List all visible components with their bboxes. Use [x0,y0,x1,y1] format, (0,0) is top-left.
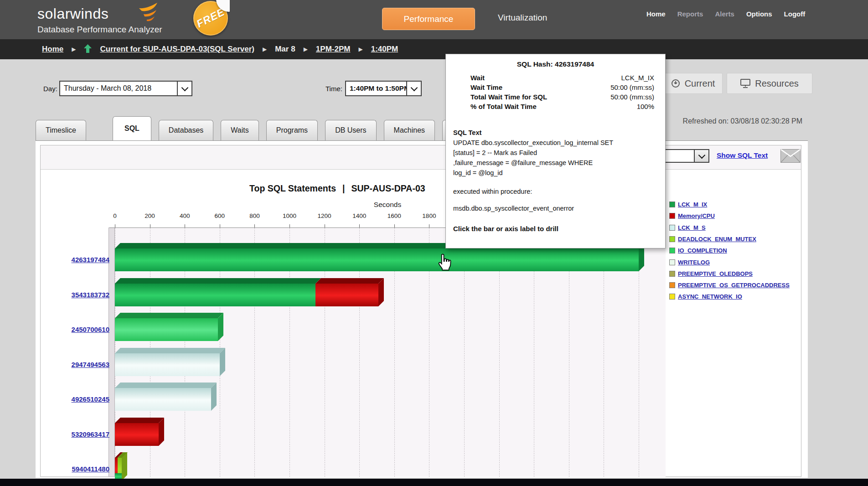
chevron-down-icon [698,151,705,159]
tab-timeslice[interactable]: Timeslice [36,120,86,140]
axis-tick-label: 1600 [381,212,408,219]
logo-subtitle: Database Performance Analyzer [37,25,162,35]
tab-waits[interactable]: Waits [221,120,258,140]
day-select-value: Thursday - March 08, 2018 [60,84,177,93]
legend-item-io-completion[interactable]: IO_COMPLETION [669,247,727,254]
chart-title-separator: | [336,183,351,193]
day-select[interactable]: Thursday - March 08, 2018 [59,81,192,96]
sql-hash-link[interactable]: 5320963417 [46,430,109,438]
up-arrow-icon [84,44,92,55]
legend-item-async-network-io[interactable]: ASYNC_NETWORK_IO [669,293,742,300]
tooltip-row-label: Wait [470,73,485,83]
tab-programs[interactable]: Programs [266,120,318,140]
resources-button-label: Resources [755,78,799,89]
time-select-value: 1:40PM to 1:50PM [346,84,406,93]
legend-label: Memory/CPU [678,212,715,219]
legend-label: IO_COMPLETION [678,247,727,254]
chart-title-text: Top SQL Statements [249,183,336,193]
sql-hash-link[interactable]: 2947494563 [46,361,109,368]
breadcrumb-item[interactable]: 1PM-2PM [316,45,351,54]
nav-link-options[interactable]: Options [746,10,772,18]
tooltip-sql-line: UPDATE dbo.syscollector_execution_log_in… [453,138,657,148]
monitor-icon [740,79,750,88]
tab-machines[interactable]: Machines [384,120,435,140]
sql-hash-link[interactable]: 2450700610 [46,326,109,333]
sql-hash-link[interactable]: 3543183732 [46,291,109,299]
breadcrumb-item: Mar 8 [275,45,295,54]
legend-item-preemptive-oledbops[interactable]: PREEMPTIVE_OLEDBOPS [669,270,753,277]
breadcrumb-separator-icon: ▶ [263,46,267,52]
time-label: Time: [326,85,342,93]
solarwinds-logo: solarwinds [37,5,108,22]
tooltip-title: SQL Hash: 4263197484 [446,60,665,68]
virtualization-link[interactable]: Virtualization [498,13,547,23]
tooltip-row-label: Wait Time [470,83,502,92]
performance-button[interactable]: Performance [382,8,475,30]
legend-label: PREEMPTIVE_OLEDBOPS [678,270,753,277]
resources-button[interactable]: Resources [727,73,812,94]
tab-db-users[interactable]: DB Users [325,120,376,140]
tooltip-row: Total Wait Time for SQL50:00 (mm:ss) [470,92,654,102]
bar-segment-LCK-M-S[interactable] [115,353,220,376]
legend-swatch [669,213,675,219]
tooltip-sql-text: SQL Text UPDATE dbo.syscollector_executi… [453,128,657,178]
x-axis-label: Seconds [356,201,419,209]
sql-hash-link[interactable]: 4263197484 [46,256,109,264]
email-icon[interactable] [780,149,801,165]
axis-tick [394,224,395,227]
chart-3d-wall [108,227,115,477]
legend-swatch [669,225,675,231]
tab-sql[interactable]: SQL [113,116,151,140]
bar-top-face [115,278,321,284]
legend-item-memory-cpu[interactable]: Memory/CPU [669,212,715,219]
sql-hash-link[interactable]: 5940411480 [46,465,109,473]
bar-segment-LCK-M-S[interactable] [115,388,211,411]
bar-segment-Memory-CPU[interactable] [115,423,159,446]
tooltip-row-value: 100% [637,102,654,111]
current-button[interactable]: Current [663,73,723,94]
breadcrumb-item[interactable]: Home [42,45,63,54]
bar-segment-Memory-CPU[interactable] [315,284,378,306]
time-select[interactable]: 1:40PM to 1:50PM [345,81,422,96]
app-window: solarwinds Database Performance Analyzer… [0,0,868,486]
breadcrumb-item[interactable]: Current for SUP-AUS-DPA-03(SQL Server) [100,45,254,54]
sql-hash-link[interactable]: 4926510245 [46,395,109,403]
day-label: Day: [43,85,57,93]
axis-tick-label: 1800 [415,212,443,219]
axis-tick [115,224,115,227]
bar-segment-LCK-M-IX[interactable] [115,248,639,271]
tooltip-row-value: LCK_M_IX [621,73,654,83]
bar-top-face [315,278,384,284]
breadcrumb-separator-icon: ▶ [72,46,76,52]
tooltip-executed-label: executed within procedure: [453,188,657,195]
bar-segment-LCK-M-IX[interactable] [115,284,315,306]
bar-top-face [115,383,217,388]
show-sql-text-link[interactable]: Show SQL Text [717,151,768,160]
nav-link-reports[interactable]: Reports [677,10,703,18]
bar-top-face [115,348,225,353]
legend-item-writelog[interactable]: WRITELOG [669,259,710,266]
nav-link-alerts[interactable]: Alerts [715,10,734,18]
tooltip-row-value: 50:00 (mm:ss) [610,83,654,92]
clock-icon [671,79,680,88]
sql-filter-select-arrow[interactable] [694,150,708,162]
day-select-arrow[interactable] [177,82,191,95]
bar-top-face [115,313,223,318]
legend-item-preemptive-os-getprocaddress[interactable]: PREEMPTIVE_OS_GETPROCADDRESS [669,282,790,289]
bar-segment-IO-COMPLETION[interactable] [115,318,218,341]
legend-item-lck-m-s[interactable]: LCK_M_S [669,224,706,231]
time-select-arrow[interactable] [406,82,421,95]
tab-databases[interactable]: Databases [159,120,214,140]
tooltip-row: Wait Time50:00 (mm:ss) [470,83,654,92]
tooltip-row-label: Total Wait Time for SQL [470,92,547,102]
legend-item-lck-m-ix[interactable]: LCK_M_IX [669,201,707,208]
legend-label: LCK_M_IX [678,201,707,208]
nav-link-logoff[interactable]: Logoff [784,10,806,18]
tooltip-drill-hint: Click the bar or axis label to drill [453,225,657,233]
legend-swatch [669,236,675,242]
breadcrumb-item[interactable]: 1:40PM [371,45,398,54]
legend-item-deadlock-enum-mutex[interactable]: DEADLOCK_ENUM_MUTEX [669,236,756,243]
chart-title: Top SQL Statements|SUP-AUS-DPA-03 [249,183,425,194]
nav-link-home[interactable]: Home [646,10,666,18]
chart-server-name: SUP-AUS-DPA-03 [351,183,425,193]
